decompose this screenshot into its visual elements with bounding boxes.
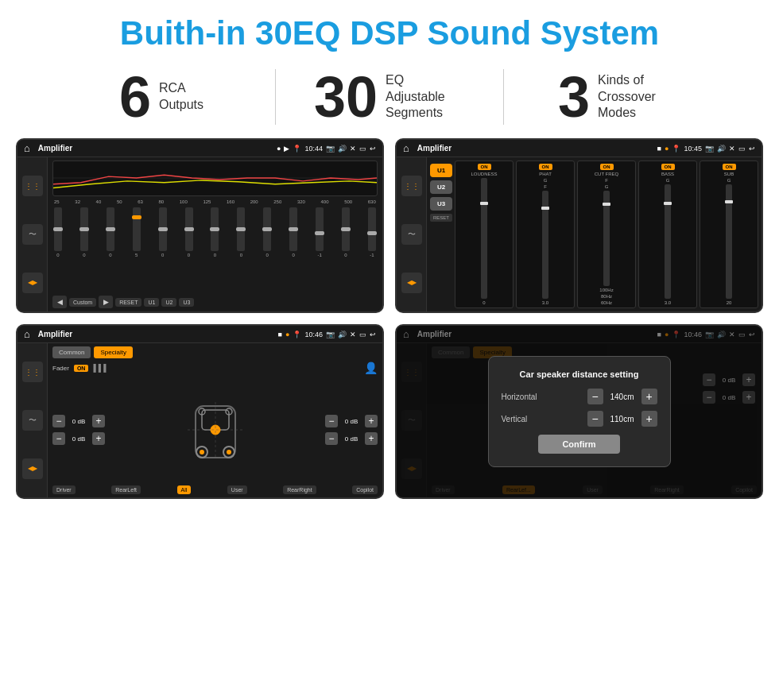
eq-slider-11[interactable]: -1	[316, 207, 324, 257]
dialog-vertical-minus[interactable]: −	[587, 411, 603, 427]
amp-sidebar-btn-2[interactable]: 〜	[401, 224, 422, 245]
eq-slider-13[interactable]: -1	[368, 207, 376, 257]
bass-on-btn[interactable]: ON	[661, 164, 675, 170]
time-3: 10:46	[304, 331, 323, 338]
preset-u1[interactable]: U1	[430, 164, 452, 177]
fader-label: Fader	[52, 365, 69, 372]
fader-sidebar-btn-2[interactable]: 〜	[22, 410, 43, 431]
bass-track[interactable]	[665, 184, 671, 299]
btn-rearright[interactable]: RearRight	[283, 485, 316, 494]
eq-sidebar-btn-3[interactable]: ◀▶	[22, 273, 43, 293]
eq-slider-4[interactable]: 5	[133, 207, 141, 257]
freq-200: 200	[250, 199, 258, 204]
freq-400: 400	[321, 199, 329, 204]
amp-sidebar-btn-3[interactable]: ◀▶	[401, 273, 422, 293]
vol-rr-plus[interactable]: +	[365, 432, 378, 445]
eq-slider-8[interactable]: 0	[237, 207, 245, 257]
play-icon-1: ▶	[284, 145, 289, 153]
eq-slider-2[interactable]: 0	[80, 207, 88, 257]
eq-slider-9[interactable]: 0	[263, 207, 271, 257]
eq-slider-12[interactable]: 0	[342, 207, 350, 257]
dialog-vertical-plus[interactable]: +	[641, 411, 657, 427]
eq2-content: U1 U2 U3 RESET ON LOUDNESS 0 ON	[430, 160, 758, 308]
vol-fl-minus[interactable]: −	[52, 415, 65, 427]
btn-user[interactable]: User	[227, 485, 247, 494]
btn-all[interactable]: All	[177, 485, 192, 494]
cutfreq-on-btn[interactable]: ON	[600, 164, 614, 170]
btn-rearleft[interactable]: RearLeft	[111, 485, 141, 494]
fader-sidebar-btn-1[interactable]: ⋮⋮	[22, 362, 43, 382]
vol-rr: − 0 dB +	[325, 432, 378, 445]
fader-on-badge[interactable]: ON	[74, 365, 89, 372]
dialog-vertical-control: − 110cm +	[587, 411, 657, 427]
fader-sidebar-btn-3[interactable]: ◀▶	[22, 458, 43, 479]
btn-copilot[interactable]: Copilot	[352, 485, 378, 494]
phat-track[interactable]	[542, 191, 548, 299]
vol-fr-minus[interactable]: −	[325, 415, 338, 427]
amp-content: ⋮⋮ 〜 ◀▶ U1 U2 U3 RESET ON LOUDNESS	[397, 157, 762, 311]
vol-fr-plus[interactable]: +	[365, 415, 378, 427]
page-title: Buith-in 30EQ DSP Sound System	[0, 0, 779, 60]
tab-specialty[interactable]: Specialty	[94, 346, 132, 358]
vol-fl-plus[interactable]: +	[92, 415, 105, 427]
loudness-on-btn[interactable]: ON	[478, 164, 491, 170]
status-bar-1: ⌂ Amplifier ● ▶ 📍 10:44 📷 🔊 ✕ ▭ ↩	[17, 140, 382, 157]
back-icon-1[interactable]: ↩	[370, 145, 376, 153]
eq-reset-btn[interactable]: RESET	[115, 298, 141, 307]
vol-rr-minus[interactable]: −	[325, 432, 338, 445]
vol-icon-1: 🔊	[338, 145, 347, 153]
back-icon-3[interactable]: ↩	[370, 331, 376, 338]
sub-track[interactable]	[726, 184, 732, 299]
eq-prev-btn[interactable]: ◀	[52, 296, 67, 308]
eq-u3-btn[interactable]: U3	[179, 298, 194, 307]
vol-icon-3: 🔊	[338, 331, 347, 338]
eq-slider-10[interactable]: 0	[289, 207, 297, 257]
fader-profile-icon[interactable]: 👤	[364, 362, 378, 374]
eq-slider-7[interactable]: 0	[211, 207, 219, 257]
home-icon-3[interactable]: ⌂	[24, 328, 30, 340]
cam-icon-1: 📷	[326, 145, 335, 153]
bass-val: 3.0	[665, 300, 671, 305]
preset-u2[interactable]: U2	[430, 180, 452, 194]
eq-content: ⋮⋮ 〜 ◀▶ 25 32 40 50 63	[17, 157, 382, 311]
eq-sidebar-btn-2[interactable]: 〜	[22, 224, 43, 245]
home-icon-2[interactable]: ⌂	[403, 142, 409, 154]
status-bar-3: ⌂ Amplifier ■ ● 📍 10:46 📷 🔊 ✕ ▭ ↩	[17, 326, 382, 343]
x-icon-3: ✕	[350, 331, 356, 338]
eq-slider-1[interactable]: 0	[54, 207, 62, 257]
freq-125: 125	[203, 199, 211, 204]
tab-common[interactable]: Common	[52, 346, 91, 358]
btn-driver[interactable]: Driver	[52, 485, 76, 494]
screen-fader: ⌂ Amplifier ■ ● 📍 10:46 📷 🔊 ✕ ▭ ↩ ⋮⋮ 〜 ◀…	[16, 324, 384, 499]
eq-custom-btn[interactable]: Custom	[69, 298, 96, 307]
eq-slider-3[interactable]: 0	[107, 207, 114, 257]
eq-slider-6[interactable]: 0	[185, 207, 193, 257]
eq-next-btn[interactable]: ▶	[99, 296, 113, 308]
back-icon-2[interactable]: ↩	[749, 145, 755, 153]
freq-25: 25	[54, 199, 60, 204]
freq-80: 80	[158, 199, 164, 204]
dialog-horizontal-plus[interactable]: +	[641, 389, 657, 404]
stats-row: 6 RCAOutputs 30 EQ AdjustableSegments 3 …	[0, 60, 779, 138]
home-icon-1[interactable]: ⌂	[24, 142, 30, 154]
eq-u2-btn[interactable]: U2	[161, 298, 176, 307]
phat-on-btn[interactable]: ON	[539, 164, 552, 170]
confirm-button[interactable]: Confirm	[538, 435, 619, 454]
vol-rl-minus[interactable]: −	[52, 432, 65, 445]
car-diagram	[180, 394, 251, 466]
amp-reset-btn[interactable]: RESET	[430, 214, 452, 222]
sq-icon-3: ■	[278, 331, 282, 338]
amp-sidebar-btn-1[interactable]: ⋮⋮	[401, 176, 422, 196]
preset-u3[interactable]: U3	[430, 197, 452, 211]
stat-text-eq: EQ AdjustableSegments	[386, 72, 465, 122]
eq-sidebar-btn-1[interactable]: ⋮⋮	[22, 176, 43, 196]
dialog-horizontal-minus[interactable]: −	[587, 389, 603, 404]
loudness-track[interactable]	[481, 178, 487, 299]
vol-rl-plus[interactable]: +	[92, 432, 105, 445]
cutfreq-track[interactable]	[603, 191, 610, 286]
sub-on-btn[interactable]: ON	[723, 164, 736, 170]
eq-slider-5[interactable]: 0	[159, 207, 167, 257]
freq-63: 63	[138, 199, 143, 204]
eq-u1-btn[interactable]: U1	[144, 298, 159, 307]
dot-icon-2: ●	[665, 145, 669, 153]
